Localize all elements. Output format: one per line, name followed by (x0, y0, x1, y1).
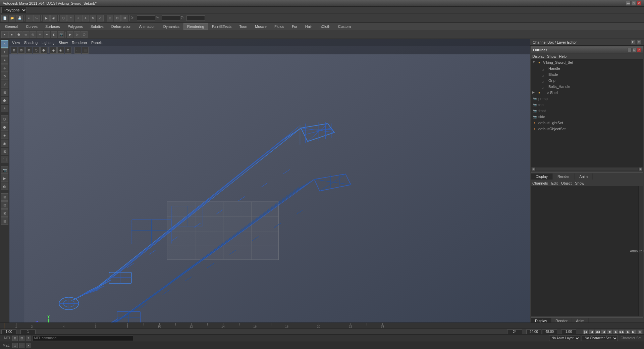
tool-scale[interactable]: ⤢ (1, 81, 8, 88)
scroll-right[interactable]: ▶ (639, 167, 642, 171)
help-line-btn[interactable]: ? (26, 336, 31, 341)
y-coord-field[interactable] (162, 15, 180, 21)
outliner-row[interactable]: 📷 top (531, 102, 643, 108)
vp-icon4[interactable]: ⬡ (33, 47, 40, 54)
vp-icon8[interactable]: ⊠ (65, 47, 71, 54)
range-start-field[interactable] (20, 330, 36, 334)
shelf-render1[interactable]: ▶ (67, 31, 73, 38)
cb-icon2[interactable]: ⊞ (637, 40, 641, 45)
transport-play-back[interactable]: ◀ (601, 330, 606, 334)
tool-select[interactable]: ↖ (1, 40, 8, 48)
frame-field[interactable] (561, 330, 576, 334)
mode-selector[interactable]: Polygons (1, 7, 27, 13)
shelf-cylinder[interactable]: ⬟ (15, 31, 22, 38)
outliner-row[interactable]: 📷 persp (531, 96, 643, 102)
tb-snap2[interactable]: ⊡ (114, 15, 121, 21)
tool-sculpt6[interactable]: ⬛ (1, 156, 8, 163)
vp-icon7[interactable]: ◉ (57, 47, 64, 54)
outliner-maximize[interactable]: □ (632, 48, 636, 52)
script-editor-btn[interactable]: ⊞ (12, 336, 18, 341)
outliner-row[interactable]: —○ Blade (531, 71, 643, 78)
shelf-light1[interactable]: ☀ (37, 31, 43, 38)
playhead[interactable] (4, 323, 4, 329)
outliner-row[interactable]: 📷 front (531, 108, 643, 114)
outliner-row[interactable]: —○ Handle (531, 65, 643, 71)
outliner-row[interactable]: —○ Bolts_Handle (531, 84, 643, 90)
transport-next[interactable]: ▶ (625, 330, 631, 334)
transport-start[interactable]: |◀ (583, 330, 588, 334)
transport-end[interactable]: ▶| (631, 330, 637, 334)
outliner-row[interactable]: ▶ ■ —○ Shell (531, 90, 643, 96)
anim-layer-select[interactable]: No Anim Layer (549, 336, 580, 341)
tab-general[interactable]: General (1, 23, 22, 30)
outliner-minimize[interactable]: — (628, 48, 632, 52)
timeline-area[interactable]: 124681012141618202224 |◀ ◀ ◀◀ ◀ ■ ▶ ▶▶ ▶… (0, 322, 644, 334)
cb-tab-anim[interactable]: Anim (575, 173, 593, 180)
shelf-torus[interactable]: ◎ (30, 31, 36, 38)
minimize-button[interactable]: — (626, 1, 631, 6)
vp-menu-show[interactable]: Show (59, 41, 68, 45)
outliner-menu-display[interactable]: Display (532, 54, 544, 58)
char-set-select[interactable]: No Character Set (582, 336, 618, 341)
cmd-line-btn[interactable]: ⊡ (19, 336, 24, 341)
outliner-menu-help[interactable]: Help (559, 54, 567, 58)
timeline-ruler[interactable]: 124681012141618202224 (0, 323, 644, 329)
vp-icon6[interactable]: ◈ (50, 47, 57, 54)
tb-move[interactable]: ✛ (82, 15, 89, 21)
tab-fluids[interactable]: Fluids (271, 23, 288, 30)
shelf-sphere[interactable]: ● (1, 31, 8, 38)
tool-sculpt2[interactable]: ⬢ (1, 123, 8, 131)
tb-snap3[interactable]: ⊠ (121, 15, 128, 21)
cb-menu-object[interactable]: Object (561, 181, 572, 185)
shelf-render2[interactable]: ▷ (74, 31, 80, 38)
bottom-icon1[interactable]: □ (12, 343, 18, 348)
vp-icon1[interactable]: ⊞ (11, 47, 17, 54)
tb-snap1[interactable]: ⊞ (107, 15, 113, 21)
tool-move[interactable]: ✛ (1, 64, 8, 72)
tab-custom[interactable]: Custom (334, 23, 355, 30)
tab-dynamics[interactable]: Dynamics (160, 23, 183, 30)
vp-menu-lighting[interactable]: Lighting (42, 41, 55, 45)
tb-ipr[interactable]: ◉ (50, 15, 57, 21)
tab-subdivs[interactable]: Subdivs (87, 23, 107, 30)
vp-menu-shading[interactable]: Shading (24, 41, 38, 45)
outliner-row[interactable]: ● defaultObjectSet (531, 126, 643, 132)
cb-icon1[interactable]: ◧ (631, 40, 636, 45)
shelf-plane[interactable]: ▭ (22, 31, 29, 38)
tool-sculpt5[interactable]: ⊠ (1, 148, 8, 155)
tab-deformation[interactable]: Deformation (108, 23, 135, 30)
cb-tab-display[interactable]: Display (531, 173, 553, 180)
tab-painteffects[interactable]: PaintEffects (208, 23, 235, 30)
tool-misc3[interactable]: ⊠ (1, 209, 8, 217)
bottom-icon2[interactable]: — (19, 343, 24, 348)
tool-camera[interactable]: 📷 (1, 166, 8, 174)
range-end-field[interactable] (507, 330, 522, 334)
transport-loop[interactable]: ↻ (637, 330, 643, 334)
tb-scale[interactable]: ⤢ (97, 15, 104, 21)
tool-sculpt3[interactable]: ◈ (1, 132, 8, 139)
vp-menu-panels[interactable]: Panels (91, 41, 103, 45)
tool-misc4[interactable]: ⊟ (1, 217, 8, 225)
vp-icon3[interactable]: ⊠ (25, 47, 32, 54)
vp-menu-renderer[interactable]: Renderer (72, 41, 87, 45)
tool-show-manip[interactable]: ⌖ (1, 105, 8, 112)
outliner-row[interactable]: 📷 side (531, 114, 643, 120)
cb-tab-render[interactable]: Render (553, 173, 575, 180)
x-coord-field[interactable] (137, 15, 155, 21)
vp-icon2[interactable]: ⊡ (18, 47, 25, 54)
tab-ncloth[interactable]: nCloth (316, 23, 334, 30)
outliner-scrollbar-h[interactable]: ◀ ▶ (531, 167, 643, 171)
tb-render[interactable]: ▶ (43, 15, 50, 21)
collapse-arrow[interactable]: ▼ (532, 60, 536, 64)
anim-end-field[interactable] (526, 330, 541, 334)
tb-lasso[interactable]: ⌖ (67, 15, 74, 21)
cb-menu-edit[interactable]: Edit (551, 181, 557, 185)
collapse-arrow[interactable]: ▶ (532, 91, 536, 95)
outliner-row[interactable]: —○ Grip (531, 78, 643, 84)
tab-polygons[interactable]: Polygons (64, 23, 86, 30)
tab-fur[interactable]: Fur (288, 23, 301, 30)
shelf-camera[interactable]: 📷 (58, 31, 64, 38)
mel-command-input[interactable] (33, 336, 133, 341)
tool-lasso[interactable]: ⌖ (1, 48, 8, 56)
outliner-row[interactable]: ▼ ■ Viking_Sword_Set (531, 59, 643, 65)
